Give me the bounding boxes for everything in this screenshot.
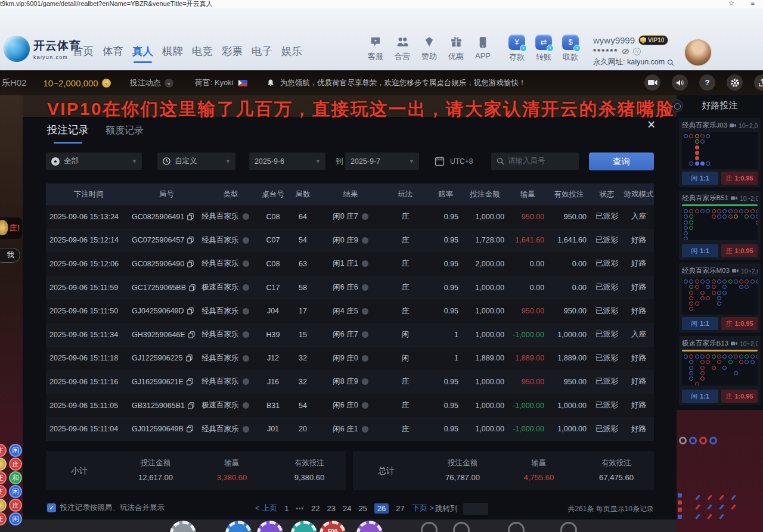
trend-dropdown-icon[interactable]: ⌄	[165, 79, 173, 88]
page-27[interactable]: 27	[396, 504, 404, 513]
date-from-dropdown[interactable]: 2025-9-6▼	[249, 153, 325, 170]
help-icon[interactable]: ?	[699, 74, 715, 91]
quicklink-优惠[interactable]: 优惠	[446, 36, 466, 62]
nav-首页[interactable]: 首页	[73, 44, 94, 66]
chip[interactable]	[356, 521, 383, 532]
banker-bet-button[interactable]: 庄1:0.95	[721, 317, 758, 330]
prev-page[interactable]: < 上页	[255, 503, 277, 514]
player-bet-button[interactable]: 闲1:1	[682, 244, 718, 257]
road-ring	[689, 437, 697, 444]
chip[interactable]	[291, 521, 317, 532]
copy-icon[interactable]	[187, 213, 194, 220]
result-detail-icon[interactable]	[362, 260, 368, 267]
quicklink-APP[interactable]: APP	[473, 36, 493, 62]
round-search-input[interactable]: 请输入局号	[491, 153, 579, 170]
copy-icon[interactable]	[188, 402, 194, 409]
chip[interactable]	[170, 521, 196, 532]
nav-电子[interactable]: 电子	[252, 44, 272, 66]
eye-slash-icon[interactable]	[622, 48, 629, 55]
speaker-icon[interactable]	[672, 74, 688, 91]
user-avatar[interactable]	[684, 39, 712, 66]
copy-icon[interactable]	[187, 378, 193, 385]
page-26[interactable]: 26	[374, 503, 389, 514]
result-detail-icon[interactable]	[362, 355, 368, 362]
result-detail-icon[interactable]	[362, 402, 368, 409]
copy-icon[interactable]	[188, 331, 195, 338]
copy-icon[interactable]	[187, 237, 194, 244]
result-detail-icon[interactable]	[362, 308, 368, 315]
chip[interactable]	[225, 521, 252, 532]
cell-play: 闲	[382, 353, 429, 363]
banker-bet-button[interactable]: 庄1:0.95	[721, 172, 758, 185]
tab-quota-records[interactable]: 额度记录	[106, 125, 144, 137]
vip-badge: VIP10	[638, 35, 668, 45]
nav-体育[interactable]: 体育	[103, 44, 123, 66]
copy-icon[interactable]	[189, 284, 196, 291]
search-button[interactable]: 查询	[589, 153, 654, 170]
player-bet-button[interactable]: 闲1:1	[682, 317, 718, 330]
page-23[interactable]: 23	[327, 504, 335, 513]
result-detail-icon[interactable]	[362, 331, 368, 338]
cell-game_no: 63	[286, 260, 320, 268]
quicklink-客服[interactable]: 客服	[365, 36, 386, 62]
mini-road-rings	[679, 437, 717, 444]
bet-trend-label[interactable]: 投注动态	[130, 77, 161, 88]
nav-电竞[interactable]: 电竞	[192, 44, 213, 66]
nav-棋牌[interactable]: 棋牌	[162, 44, 183, 66]
date-to-dropdown[interactable]: 2025-9-7▼	[345, 153, 419, 170]
calendar-icon[interactable]	[435, 156, 445, 168]
round-input-placeholder: 请输入局号	[508, 156, 545, 166]
copy-icon[interactable]	[186, 354, 193, 362]
me-button[interactable]: 我	[0, 248, 20, 263]
site-logo[interactable]: 开云体育 kaiyun.com	[4, 36, 81, 62]
banker-bet-button[interactable]: 庄1:0.95	[721, 244, 758, 257]
cell-game_no: 17	[286, 307, 320, 315]
nav-娱乐[interactable]: 娱乐	[281, 44, 302, 66]
page-24[interactable]: 24	[343, 504, 351, 513]
cell-win: -1,000.00	[508, 331, 548, 339]
player-bet-button[interactable]: 闲1:1	[682, 172, 718, 185]
quicklink-赞助[interactable]: 赞助	[419, 36, 439, 62]
merge-checkbox[interactable]: ✓	[47, 503, 56, 512]
road-grid	[682, 207, 758, 240]
time-range-dropdown[interactable]: 自定义▼	[157, 153, 235, 170]
result-detail-icon[interactable]	[362, 213, 368, 220]
result-detail-icon[interactable]	[362, 426, 368, 433]
share-icon[interactable]	[754, 74, 763, 91]
game-type-dropdown[interactable]: ♠ 全部▼	[46, 153, 142, 170]
page-25[interactable]: 25	[358, 504, 367, 513]
video-icon[interactable]	[644, 74, 660, 91]
search-icon[interactable]	[667, 59, 674, 66]
player-bet-button[interactable]: 闲1:1	[682, 390, 718, 403]
cell-odds: 0.95	[429, 425, 462, 433]
copy-icon[interactable]	[187, 307, 194, 315]
result-detail-icon[interactable]	[362, 284, 368, 291]
page-22[interactable]: 22	[311, 504, 320, 513]
result-detail-icon[interactable]	[362, 237, 368, 244]
banker-bet-button[interactable]: 庄1:0.95	[721, 390, 758, 403]
bookmark-star-icon[interactable]: ☆	[728, 0, 734, 7]
browser-menu-icon[interactable]: ≡	[751, 0, 755, 7]
gear-icon[interactable]	[727, 74, 743, 91]
wallet-存款[interactable]: ¥存款	[507, 35, 527, 63]
nav-彩票[interactable]: 彩票	[222, 44, 243, 66]
next-page[interactable]: 下页 >	[412, 503, 434, 514]
result-badge: 庄	[9, 458, 22, 471]
page-1[interactable]: 1	[284, 504, 289, 513]
nav-真人[interactable]: 真人	[132, 44, 153, 66]
limit-dropdown-icon[interactable]: ⌄	[102, 79, 111, 88]
copy-icon[interactable]	[187, 260, 194, 267]
cell-result: 闲1 庄1	[320, 259, 382, 269]
table-name: 乐H02	[1, 77, 27, 89]
chip[interactable]	[257, 521, 283, 532]
quicklink-合营[interactable]: 合营	[392, 36, 412, 62]
tab-bet-records[interactable]: 投注记录	[47, 123, 89, 144]
jump-page-input[interactable]	[463, 503, 488, 515]
result-detail-icon[interactable]	[362, 378, 368, 385]
bet-record-row: 2025-09-06 15:13:24GC0825906491经典百家乐C086…	[46, 205, 654, 229]
copy-icon[interactable]	[187, 425, 193, 433]
wallet-取款[interactable]: $取款	[560, 35, 581, 63]
bet-record-row: 2025-09-06 15:11:59GC17259065BB极速百家乐C175…	[46, 276, 654, 300]
wallet-转账[interactable]: ⇄转账	[534, 35, 554, 63]
chip-500[interactable]: 500	[320, 521, 346, 532]
